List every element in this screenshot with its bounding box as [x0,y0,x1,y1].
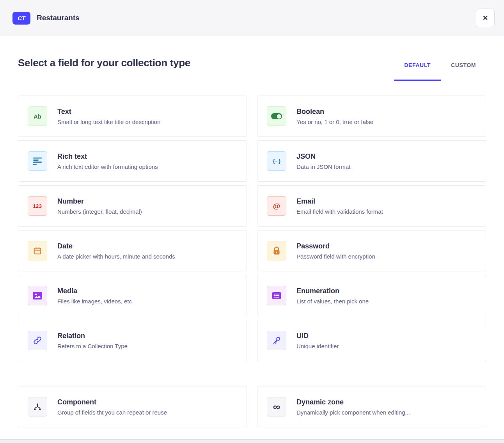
card-text: JSON Data in JSON format [296,152,350,170]
json-braces-icon: {···} [267,151,286,171]
field-card-relation[interactable]: Relation Refers to a Collection Type [18,320,247,361]
field-title: Email [296,197,383,206]
close-button[interactable]: × [476,9,495,27]
field-title: Enumeration [296,287,369,295]
card-text: Boolean Yes or no, 1 or 0, true or false [296,108,373,125]
lock-icon [267,241,286,260]
card-text: UID Unique identifier [296,332,339,349]
footer-edge [0,439,504,443]
card-text: Date A date picker with hours, minute an… [57,242,175,260]
component-branch-icon [28,397,47,416]
field-card-number[interactable]: 123 Number Numbers (integer, float, deci… [18,185,247,227]
field-title: Text [57,108,160,116]
icon-glyph: ∞ [273,402,280,412]
field-description: A rich text editor with formating option… [57,163,158,170]
icon-glyph: 123 [33,204,42,209]
component-branch-svg [33,402,42,411]
card-text: Media Files like images, videos, etc [57,287,132,305]
infinity-icon: ∞ [267,397,286,416]
field-grid: Ab Text Small or long text like title or… [18,96,486,361]
field-description: Dynamically pick component when editing.… [296,409,410,416]
relation-link-svg [33,336,42,345]
close-icon: × [483,14,488,22]
field-description: List of values, then pick one [296,298,369,305]
tab-default[interactable]: DEFAULT [394,62,441,80]
enumeration-list-svg [272,292,281,299]
card-text: Dynamic zone Dynamically pick component … [296,398,410,416]
toggle-icon [267,106,286,126]
field-card-password[interactable]: Password Password field with encryption [257,230,486,271]
field-grid-advanced: Component Group of fields tht you can re… [18,386,486,427]
email-at-icon: @ [267,196,286,216]
card-text: Password Password field with encryption [296,242,375,260]
number-123-icon: 123 [28,196,47,216]
field-card-boolean[interactable]: Boolean Yes or no, 1 or 0, true or false [257,96,486,137]
uid-key-svg [272,336,281,345]
field-card-email[interactable]: @ Email Email field with validations for… [257,185,486,227]
title-row: Select a field for your collection type … [18,57,486,80]
field-description: Password field with encryption [296,253,375,260]
modal-header: CT Restaurants × [0,0,504,36]
field-title: Dynamic zone [296,398,410,406]
collection-title: Restaurants [37,14,80,22]
field-description: Data in JSON format [296,163,350,170]
field-card-text[interactable]: Ab Text Small or long text like title or… [18,96,247,137]
field-description: Email field with validations format [296,208,383,215]
richtext-lines-svg [33,158,42,165]
field-description: Small or long text like title or descrip… [57,119,160,125]
card-text: Number Numbers (integer, float, decimal) [57,197,142,215]
field-description: Numbers (integer, float, decimal) [57,208,142,215]
card-text: Email Email field with validations forma… [296,197,383,215]
field-description: Group of fields tht you can repeat or re… [57,409,167,416]
field-description: Refers to a Collection Type [57,343,128,349]
tab-custom[interactable]: CUSTOM [441,62,486,80]
card-text: Relation Refers to a Collection Type [57,332,128,349]
icon-glyph: Ab [34,113,41,119]
field-card-json[interactable]: {···} JSON Data in JSON format [257,140,486,182]
field-description: Files like images, videos, etc [57,298,132,305]
collection-type-badge: CT [12,12,30,25]
field-description: Yes or no, 1 or 0, true or false [296,119,373,125]
relation-link-icon [28,331,47,350]
field-title: Boolean [296,108,373,116]
field-card-enumeration[interactable]: Enumeration List of values, then pick on… [257,275,486,316]
icon-glyph: {···} [273,159,280,163]
toggle-shape [271,113,282,119]
field-title: JSON [296,152,350,161]
field-title: Relation [57,332,128,340]
toggle-knob [277,114,281,119]
calendar-svg [33,246,42,255]
field-card-date[interactable]: Date A date picker with hours, minute an… [18,230,247,271]
card-text: Component Group of fields tht you can re… [57,398,167,416]
calendar-icon [28,241,47,260]
text-ab-icon: Ab [28,106,47,126]
field-title: Date [57,242,175,250]
media-image-svg [33,292,42,299]
field-card-richtext[interactable]: Rich text A rich text editor with format… [18,140,247,182]
lock-svg [273,246,280,255]
field-description: A date picker with hours, minute and sec… [57,253,175,260]
field-card-dynamiczone[interactable]: ∞ Dynamic zone Dynamically pick componen… [257,386,486,427]
modal-header-left: CT Restaurants [12,12,80,25]
field-title: Media [57,287,132,295]
field-title: Rich text [57,152,158,161]
enumeration-list-icon [267,286,286,305]
field-title: Password [296,242,375,250]
tabs: DEFAULT CUSTOM [394,62,486,80]
field-title: UID [296,332,339,340]
field-card-component[interactable]: Component Group of fields tht you can re… [18,386,247,427]
field-title: Number [57,197,142,206]
richtext-lines-icon [28,151,47,171]
field-title: Component [57,398,167,406]
card-text: Enumeration List of values, then pick on… [296,287,369,305]
card-text: Text Small or long text like title or de… [57,108,160,125]
media-image-icon [28,286,47,305]
field-card-uid[interactable]: UID Unique identifier [257,320,486,361]
icon-glyph: @ [273,202,280,210]
modal-content: Select a field for your collection type … [0,57,504,427]
uid-key-icon [267,331,286,350]
card-text: Rich text A rich text editor with format… [57,152,158,170]
page-title: Select a field for your collection type [18,57,190,80]
field-card-media[interactable]: Media Files like images, videos, etc [18,275,247,316]
field-description: Unique identifier [296,343,339,349]
